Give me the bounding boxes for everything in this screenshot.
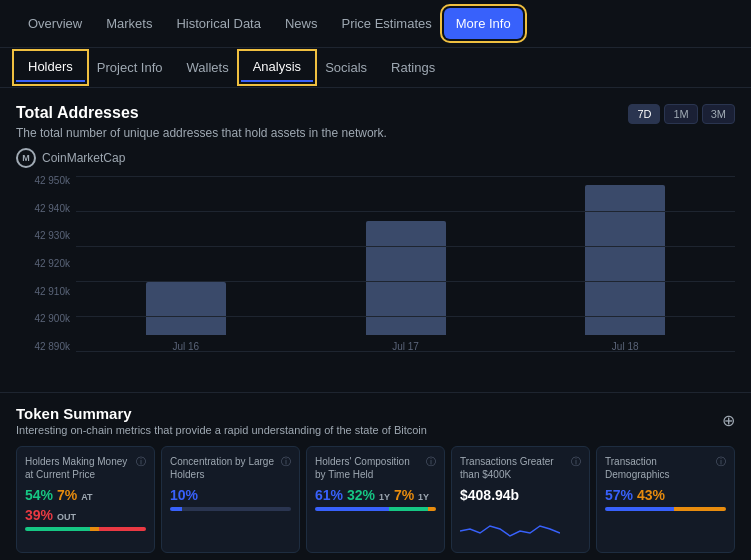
cmc-icon: M (16, 148, 36, 168)
bar-jul17: Jul 17 (296, 176, 516, 352)
tc-val-2-2: 7% 1Y (394, 487, 429, 503)
tc-val-2-1: 32% 1Y (347, 487, 390, 503)
bar-jul16-rect (146, 282, 226, 335)
tc-bar-4-orange (674, 507, 726, 511)
subnav-socials[interactable]: Socials (313, 54, 379, 81)
token-card-holders-money: Holders Making Money at Current Price ⓘ … (16, 446, 155, 553)
time-btn-1m[interactable]: 1M (664, 104, 697, 124)
bar-jul17-label: Jul 17 (392, 341, 419, 352)
sub-navigation: Holders Project Info Wallets Analysis So… (0, 48, 751, 88)
expand-icon[interactable]: ⊕ (722, 411, 735, 430)
bar-jul18-rect (585, 185, 665, 335)
tc-val-1-0: 10% (170, 487, 198, 503)
nav-item-price-estimates[interactable]: Price Estimates (329, 8, 443, 39)
bar-jul18-label: Jul 18 (612, 341, 639, 352)
tc-values-3: $408.94b (460, 487, 581, 503)
chart-header: Total Addresses The total number of uniq… (16, 104, 735, 140)
token-card-demographics: Transaction Demographics ⓘ 57% 43% (596, 446, 735, 553)
tc-bar-2-green (389, 507, 428, 511)
tc-val-4-1: 43% (637, 487, 665, 503)
chart-subtitle: The total number of unique addresses tha… (16, 126, 387, 140)
cmc-label: CoinMarketCap (42, 151, 125, 165)
token-summary-section: Token Summary Interesting on-chain metri… (0, 392, 751, 560)
subnav-analysis[interactable]: Analysis (241, 53, 313, 82)
tc-val-0-1: 7% AT (57, 487, 92, 503)
tc-title-holders-money: Holders Making Money at Current Price ⓘ (25, 455, 146, 481)
tc-bar-0-orange (90, 527, 98, 531)
token-summary-header: Token Summary Interesting on-chain metri… (16, 405, 735, 436)
cmc-logo: M CoinMarketCap (16, 148, 735, 168)
tc-bar-4-blue (605, 507, 674, 511)
info-icon-4[interactable]: ⓘ (716, 455, 726, 468)
subnav-wallets[interactable]: Wallets (175, 54, 241, 81)
chart-title-group: Total Addresses The total number of uniq… (16, 104, 387, 140)
y-label-1: 42 940k (34, 204, 70, 214)
time-btn-7d[interactable]: 7D (628, 104, 660, 124)
bars-wrapper: Jul 16 Jul 17 Jul 18 (76, 176, 735, 376)
time-btn-3m[interactable]: 3M (702, 104, 735, 124)
tc-val-3-0: $408.94b (460, 487, 519, 503)
tc-bar-1-bg (182, 507, 291, 511)
nav-item-more-info[interactable]: More Info (444, 8, 523, 39)
tc-bar-0-red (99, 527, 146, 531)
bar-jul18: Jul 18 (515, 176, 735, 352)
tc-values-2: 61% 32% 1Y 7% 1Y (315, 487, 436, 503)
bar-chart: 42 950k 42 940k 42 930k 42 920k 42 910k … (16, 176, 735, 376)
token-summary-title-group: Token Summary Interesting on-chain metri… (16, 405, 427, 436)
tc-title-demographics: Transaction Demographics ⓘ (605, 455, 726, 481)
token-card-composition: Holders' Composition by Time Held ⓘ 61% … (306, 446, 445, 553)
bars-area: Jul 16 Jul 17 Jul 18 (76, 176, 735, 376)
tc-bar-4 (605, 507, 726, 511)
bar-jul17-rect (366, 221, 446, 335)
tc-val-0-2: 39% OUT (25, 507, 76, 523)
info-icon-0[interactable]: ⓘ (136, 455, 146, 468)
mini-chart-transactions (460, 511, 560, 541)
info-icon-3[interactable]: ⓘ (571, 455, 581, 468)
bar-jul16: Jul 16 (76, 176, 296, 352)
top-navigation: Overview Markets Historical Data News Pr… (0, 0, 751, 48)
y-label-2: 42 930k (34, 231, 70, 241)
token-card-concentration: Concentration by Large Holders ⓘ 10% (161, 446, 300, 553)
tc-values-1: 10% (170, 487, 291, 503)
tc-values-4: 57% 43% (605, 487, 726, 503)
nav-item-historical[interactable]: Historical Data (164, 8, 273, 39)
nav-item-overview[interactable]: Overview (16, 8, 94, 39)
time-buttons-group: 7D 1M 3M (628, 104, 735, 124)
y-axis: 42 950k 42 940k 42 930k 42 920k 42 910k … (16, 176, 76, 376)
tc-title-transactions: Transactions Greater than $400K ⓘ (460, 455, 581, 481)
tc-bar-2-orange (428, 507, 436, 511)
tc-val-0-0: 54% (25, 487, 53, 503)
tc-val-4-0: 57% (605, 487, 633, 503)
tc-bar-1-blue (170, 507, 182, 511)
nav-item-markets[interactable]: Markets (94, 8, 164, 39)
bar-jul16-label: Jul 16 (172, 341, 199, 352)
chart-title: Total Addresses (16, 104, 387, 122)
tc-bar-0-green (25, 527, 90, 531)
subnav-ratings[interactable]: Ratings (379, 54, 447, 81)
nav-item-news[interactable]: News (273, 8, 330, 39)
tc-values-0: 54% 7% AT 39% OUT (25, 487, 146, 523)
y-label-0: 42 950k (34, 176, 70, 186)
tc-bar-2-blue (315, 507, 389, 511)
chart-section: Total Addresses The total number of uniq… (0, 88, 751, 392)
tc-bar-1 (170, 507, 291, 511)
tc-bar-0 (25, 527, 146, 531)
subnav-holders[interactable]: Holders (16, 53, 85, 82)
info-icon-1[interactable]: ⓘ (281, 455, 291, 468)
subnav-project-info[interactable]: Project Info (85, 54, 175, 81)
y-label-6: 42 890k (34, 342, 70, 352)
y-label-4: 42 910k (34, 287, 70, 297)
y-label-5: 42 900k (34, 314, 70, 324)
y-label-3: 42 920k (34, 259, 70, 269)
token-card-transactions: Transactions Greater than $400K ⓘ $408.9… (451, 446, 590, 553)
tc-bar-2 (315, 507, 436, 511)
tc-val-2-0: 61% (315, 487, 343, 503)
token-cards: Holders Making Money at Current Price ⓘ … (16, 446, 735, 553)
token-summary-title: Token Summary (16, 405, 427, 422)
tc-title-composition: Holders' Composition by Time Held ⓘ (315, 455, 436, 481)
info-icon-2[interactable]: ⓘ (426, 455, 436, 468)
tc-title-concentration: Concentration by Large Holders ⓘ (170, 455, 291, 481)
token-summary-subtitle: Interesting on-chain metrics that provid… (16, 424, 427, 436)
